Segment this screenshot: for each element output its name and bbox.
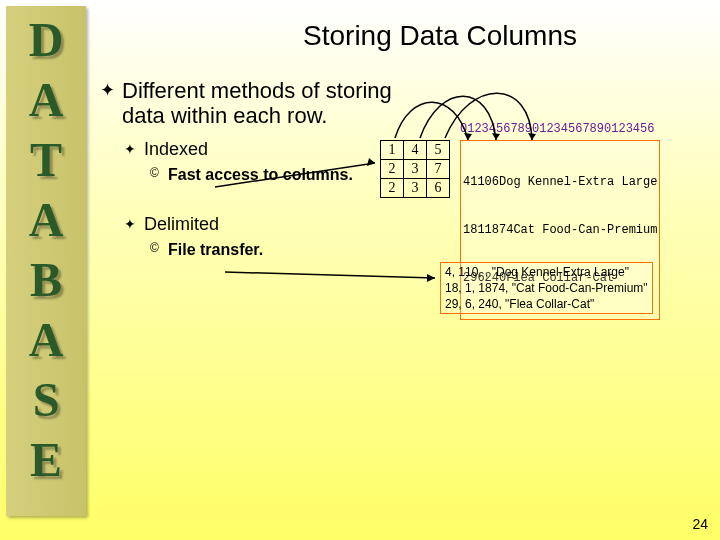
- cell: 3: [404, 160, 427, 179]
- bullet-indexed-sub: Fast access to columns.: [100, 166, 400, 184]
- bullet-delimited: Delimited: [100, 214, 400, 235]
- delim-row: 29, 6, 240, "Flea Collar-Cat": [445, 296, 648, 312]
- sidebar-letter: A: [6, 70, 86, 130]
- table-row: 2 3 7: [381, 160, 450, 179]
- arrowhead-icon: [427, 274, 435, 282]
- page-number: 24: [692, 516, 708, 532]
- sidebar-letter: D: [6, 10, 86, 70]
- bullet-indexed: Indexed: [100, 139, 400, 160]
- cell: 7: [427, 160, 450, 179]
- column-ruler: 012345678901234567890123456: [460, 122, 654, 136]
- cell: 1: [381, 141, 404, 160]
- cell: 2: [381, 160, 404, 179]
- delimited-data-box: 4, 110, , "Dog Kennel-Extra Large" 18, 1…: [440, 262, 653, 314]
- fixed-row: 1811874Cat Food-Can-Premium: [463, 222, 657, 238]
- body-text: Different methods of storing data within…: [100, 78, 400, 271]
- arrow-delimited: [225, 272, 435, 278]
- sidebar-letter: B: [6, 250, 86, 310]
- bullet-delimited-sub: File transfer.: [100, 241, 400, 259]
- fixed-row: 41106Dog Kennel-Extra Large: [463, 174, 657, 190]
- delim-row: 4, 110, , "Dog Kennel-Extra Large": [445, 264, 648, 280]
- arc-1: [395, 102, 468, 140]
- sidebar-letter: E: [6, 430, 86, 490]
- sidebar-letter: T: [6, 130, 86, 190]
- delim-row: 18, 1, 1874, "Cat Food-Can-Premium": [445, 280, 648, 296]
- cell: 5: [427, 141, 450, 160]
- table-row: 2 3 6: [381, 179, 450, 198]
- slide-title: Storing Data Columns: [180, 20, 700, 52]
- index-grid: 1 4 5 2 3 7 2 3 6: [380, 140, 450, 198]
- cell: 2: [381, 179, 404, 198]
- cell: 6: [427, 179, 450, 198]
- cell: 4: [404, 141, 427, 160]
- slide: D A T A B A S E Storing Data Columns Dif…: [0, 0, 720, 540]
- table-row: 1 4 5: [381, 141, 450, 160]
- bullet-main: Different methods of storing data within…: [100, 78, 400, 129]
- sidebar-letter: A: [6, 190, 86, 250]
- sidebar-letter: A: [6, 310, 86, 370]
- sidebar-database-letters: D A T A B A S E: [6, 6, 86, 516]
- cell: 3: [404, 179, 427, 198]
- sidebar-letter: S: [6, 370, 86, 430]
